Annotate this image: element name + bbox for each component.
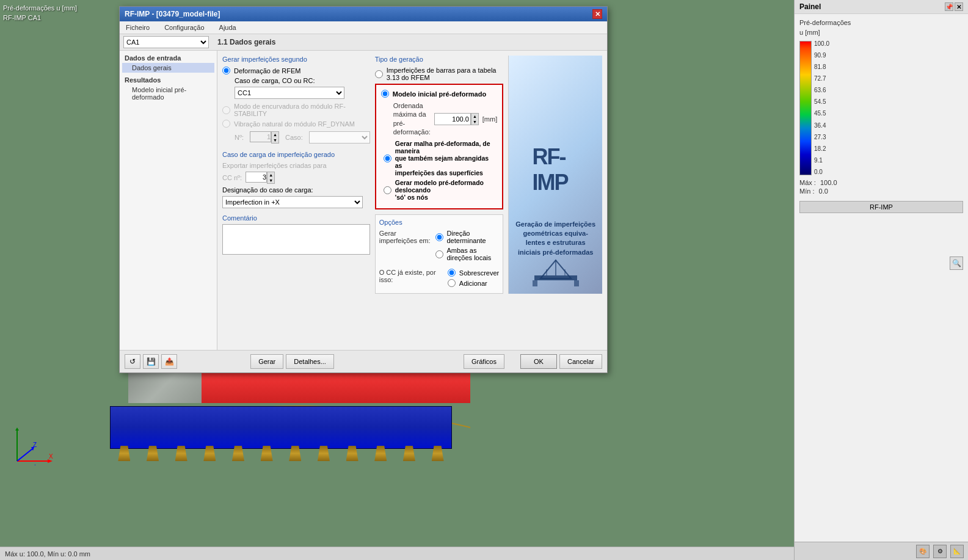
radio-rfem-label: Deformação de RFEM bbox=[234, 67, 300, 75]
comment-textarea[interactable] bbox=[222, 224, 370, 255]
btn-details[interactable]: Detalhes... bbox=[286, 354, 334, 369]
rf-imp-image-area: RF-IMP Geração de imperfeiçõesgeométrica… bbox=[508, 56, 602, 294]
sidebar-section-input: Dados de entrada Dados gerais bbox=[122, 53, 214, 73]
scale-label-3: 72.7 bbox=[814, 76, 829, 82]
case-dropdown[interactable]: CA1 bbox=[123, 36, 209, 48]
btn-export[interactable]: 📤 bbox=[161, 354, 177, 369]
radio-vibration-row: Vibração natural do módulo RF_DYNAM bbox=[222, 120, 370, 128]
footer-ok-cancel: OK Cancelar bbox=[520, 354, 602, 369]
ordinate-unit: [mm] bbox=[482, 115, 497, 123]
dialog-close-button[interactable]: ✕ bbox=[592, 9, 602, 19]
options-title: Opções bbox=[379, 219, 500, 226]
ordinate-input[interactable] bbox=[434, 113, 471, 125]
ordinate-down[interactable]: ▼ bbox=[471, 119, 478, 125]
panel-title-line2: u [mm] bbox=[799, 27, 963, 37]
radio-vibration-label: Vibração natural do módulo RF_DYNAM bbox=[234, 120, 355, 128]
radio-overwrite[interactable] bbox=[448, 269, 456, 277]
scale-label-1: 90.9 bbox=[814, 53, 829, 59]
radio-predeformed-label: Modelo inicial pré-deformado bbox=[393, 90, 486, 98]
dialog-title: RF-IMP - [03479_model-file] bbox=[125, 10, 220, 18]
sidebar-header-input: Dados de entrada bbox=[122, 53, 214, 63]
radio-mesh-label: Gerar malha pré-deformada, de maneiraque… bbox=[395, 140, 498, 176]
load-case-select[interactable]: CC1 bbox=[235, 87, 344, 99]
btn-generate[interactable]: Gerar bbox=[250, 354, 283, 369]
radio-direction-label: Direção determinante bbox=[447, 230, 500, 244]
cc-nr-down[interactable]: ▼ bbox=[267, 178, 274, 183]
scale-label-10: 9.1 bbox=[814, 158, 829, 164]
panel-icon-2[interactable]: ⚙ bbox=[933, 545, 947, 558]
radio-both-label: Ambas as direções locais bbox=[447, 247, 500, 261]
support-1 bbox=[118, 446, 130, 461]
options-if-exists-label: O CC já existe, por isso: bbox=[379, 269, 443, 289]
btn-cancel[interactable]: Cancelar bbox=[559, 354, 602, 369]
menu-ajuda[interactable]: Ajuda bbox=[216, 23, 240, 32]
generation-section: Gerar imperfeições segundo Deformação de… bbox=[222, 56, 370, 144]
btn-save[interactable]: 💾 bbox=[143, 354, 159, 369]
rf-imp-button[interactable]: RF-IMP bbox=[799, 201, 963, 213]
btn-graphics[interactable]: Gráficos bbox=[464, 354, 504, 369]
cc-nr-input-group: ▲ ▼ bbox=[246, 172, 275, 184]
radio-bars[interactable] bbox=[375, 70, 383, 78]
panel-close-icon[interactable]: ✕ bbox=[955, 2, 963, 11]
type-section: Tipo de geração Imperfeições de barras p… bbox=[375, 56, 504, 209]
nr-up: ▲ bbox=[272, 132, 278, 137]
radio-direction[interactable] bbox=[435, 233, 443, 241]
scale-min-row: Mín : 0.0 bbox=[799, 187, 963, 195]
radio-predeformed[interactable] bbox=[381, 90, 389, 98]
menu-ficheiro[interactable]: Ficheiro bbox=[122, 23, 153, 32]
sidebar-item-dados-gerais[interactable]: Dados gerais bbox=[122, 63, 214, 73]
menu-configuracao[interactable]: Configuração bbox=[161, 23, 208, 32]
status-bar: Máx u: 100.0, Mín u: 0.0 mm bbox=[0, 547, 794, 560]
radio-rfem-row: Deformação de RFEM bbox=[222, 67, 370, 75]
radio-add-label: Adicionar bbox=[459, 280, 487, 287]
scale-label-5: 54.5 bbox=[814, 99, 829, 105]
cc-nr-spinner[interactable]: ▲ ▼ bbox=[267, 172, 275, 184]
right-column: Tipo de geração Imperfeições de barras p… bbox=[375, 56, 504, 294]
options-exists-radios: Sobrescrever Adicionar bbox=[448, 269, 499, 289]
radio-add[interactable] bbox=[448, 279, 456, 287]
ordinate-spinner[interactable]: ▲ ▼ bbox=[471, 113, 479, 125]
svg-text:Z: Z bbox=[33, 442, 37, 448]
options-generate-label: Gerar imperfeições em: bbox=[379, 230, 431, 264]
scale-labels: 100.0 90.9 81.8 72.7 63.6 54.5 45.5 36.4… bbox=[812, 41, 832, 175]
panel-icon-3[interactable]: 📐 bbox=[950, 545, 964, 558]
dialog-main-content: Gerar imperfeições segundo Deformação de… bbox=[217, 51, 607, 350]
nr-input bbox=[250, 131, 271, 142]
two-col-layout: Gerar imperfeições segundo Deformação de… bbox=[222, 56, 602, 294]
btn-ok[interactable]: OK bbox=[520, 354, 557, 369]
load-case-label: Caso de carga, CO ou RC: bbox=[235, 77, 315, 84]
panel-title-line1: Pré-deformações bbox=[799, 18, 963, 27]
ordinate-label: Ordenada máxima dapré-deformação: bbox=[393, 101, 431, 136]
btn-reset[interactable]: ↺ bbox=[125, 354, 140, 369]
designation-select[interactable]: Imperfection in +X bbox=[222, 196, 363, 208]
radio-overwrite-label: Sobrescrever bbox=[459, 269, 499, 277]
radio-both-directions[interactable] bbox=[435, 250, 443, 258]
options-overwrite-row: Sobrescrever bbox=[448, 269, 499, 277]
radio-rfem[interactable] bbox=[222, 67, 230, 75]
radio-mesh[interactable] bbox=[384, 155, 391, 162]
footer-center: Gerar Detalhes... bbox=[250, 354, 334, 369]
ordinate-up[interactable]: ▲ bbox=[471, 114, 478, 119]
color-scale: 100.0 90.9 81.8 72.7 63.6 54.5 45.5 36.4… bbox=[799, 41, 963, 175]
support-3 bbox=[175, 446, 187, 461]
support-10 bbox=[374, 446, 387, 461]
scale-label-9: 18.2 bbox=[814, 146, 829, 152]
radio-nodes[interactable] bbox=[384, 186, 391, 194]
panel-icon-1[interactable]: 🎨 bbox=[916, 545, 930, 558]
svg-rect-14 bbox=[533, 280, 537, 286]
sidebar-item-modelo[interactable]: Modelo inicial pré-deformado bbox=[122, 85, 214, 102]
lc-title: Caso de carga de imperfeição gerado bbox=[222, 151, 370, 158]
case-select bbox=[309, 131, 370, 144]
dialog-menubar: Ficheiro Configuração Ajuda bbox=[120, 21, 607, 34]
sidebar-section-results: Resultados Modelo inicial pré-deformado bbox=[122, 75, 214, 102]
radio-buckling bbox=[222, 106, 230, 114]
panel-pin-icon[interactable]: 📌 bbox=[945, 2, 953, 11]
scale-label-4: 63.6 bbox=[814, 87, 829, 93]
cc-nr-input[interactable] bbox=[246, 172, 267, 183]
cc-nr-up[interactable]: ▲ bbox=[267, 172, 274, 178]
axes-indicator: X Z . bbox=[11, 427, 54, 470]
magnify-icon[interactable]: 🔍 bbox=[950, 256, 963, 270]
cc-nr-row: CC nº: ▲ ▼ bbox=[222, 172, 370, 184]
status-text: Máx u: 100.0, Mín u: 0.0 mm bbox=[5, 550, 90, 558]
radio-buckling-label: Modo de encurvadura do módulo RF-STABILI… bbox=[234, 103, 370, 117]
